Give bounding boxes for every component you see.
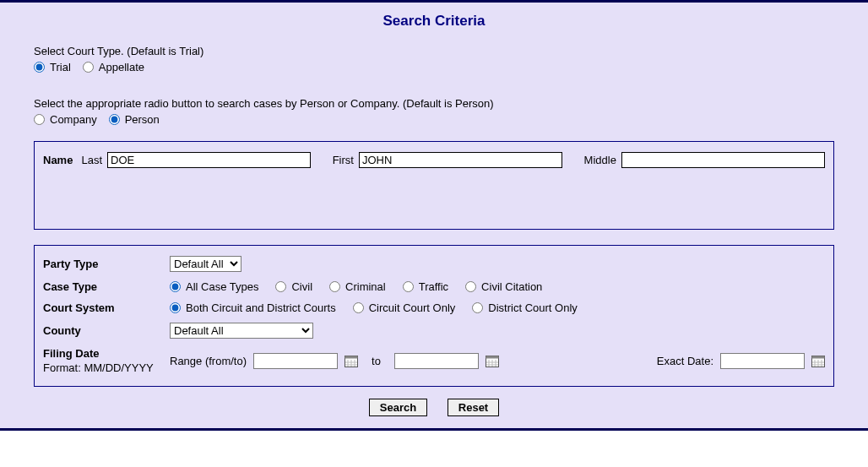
party-type-label: Party Type — [43, 258, 170, 270]
court-type-prompt: Select Court Type. (Default is Trial) — [34, 45, 856, 57]
radio-circuit-only-label[interactable]: Circuit Court Only — [369, 301, 456, 314]
radio-trial-label[interactable]: Trial — [50, 61, 71, 73]
search-panel: Search Criteria Select Court Type. (Defa… — [0, 3, 868, 428]
radio-civil-citation-label[interactable]: Civil Citation — [481, 280, 542, 293]
calendar-icon[interactable] — [486, 355, 499, 368]
radio-trial[interactable] — [34, 62, 45, 73]
calendar-icon[interactable] — [344, 355, 358, 368]
filing-date-format: Format: MM/DD/YYYY — [43, 361, 154, 374]
radio-traffic[interactable] — [403, 281, 414, 292]
case-type-label: Case Type — [43, 280, 170, 293]
county-select[interactable]: Default All — [170, 323, 313, 339]
radio-all-case-types-label[interactable]: All Case Types — [186, 280, 258, 293]
search-button[interactable]: Search — [369, 399, 427, 416]
radio-all-case-types[interactable] — [170, 281, 181, 292]
svg-rect-15 — [812, 356, 825, 358]
radio-criminal[interactable] — [329, 281, 340, 292]
radio-circuit-only[interactable] — [353, 302, 364, 313]
reset-button[interactable]: Reset — [448, 399, 499, 416]
exact-date-label: Exact Date: — [657, 355, 713, 367]
svg-rect-8 — [486, 356, 498, 358]
last-label: Last — [81, 154, 102, 166]
party-type-select[interactable]: Default All — [170, 256, 241, 272]
to-label: to — [372, 355, 381, 367]
calendar-icon[interactable] — [811, 355, 825, 368]
first-label: First — [333, 154, 354, 166]
filing-date-label: Filing Date — [43, 347, 99, 360]
radio-company[interactable] — [34, 114, 45, 125]
filing-date-label-block: Filing Date Format: MM/DD/YYYY — [43, 347, 170, 376]
radio-both-courts[interactable] — [170, 302, 181, 313]
radio-civil-citation[interactable] — [465, 281, 476, 292]
radio-criminal-label[interactable]: Criminal — [345, 280, 386, 293]
court-system-label: Court System — [43, 301, 170, 314]
radio-company-label[interactable]: Company — [50, 113, 97, 126]
exact-date-input[interactable] — [720, 353, 805, 369]
filters-box: Party Type Default All Case Type All Cas… — [34, 245, 834, 387]
radio-both-courts-label[interactable]: Both Circuit and District Courts — [186, 301, 336, 314]
name-label: Name — [43, 154, 73, 166]
radio-district-only[interactable] — [472, 302, 483, 313]
county-label: County — [43, 324, 170, 337]
first-name-input[interactable] — [359, 152, 562, 168]
bottom-divider — [0, 428, 868, 431]
radio-appellate-label[interactable]: Appellate — [99, 61, 144, 73]
middle-name-input[interactable] — [621, 152, 825, 168]
radio-traffic-label[interactable]: Traffic — [419, 280, 448, 293]
radio-civil[interactable] — [275, 281, 286, 292]
last-name-input[interactable] — [107, 152, 311, 168]
name-box: Name Last First Middle — [34, 141, 834, 230]
page-title: Search Criteria — [12, 13, 856, 30]
radio-district-only-label[interactable]: District Court Only — [488, 301, 577, 314]
middle-label: Middle — [584, 154, 616, 166]
radio-person-label[interactable]: Person — [125, 113, 160, 126]
range-to-input[interactable] — [394, 353, 479, 369]
radio-civil-label[interactable]: Civil — [291, 280, 312, 293]
svg-rect-1 — [345, 356, 358, 358]
radio-person[interactable] — [109, 114, 120, 125]
range-label: Range (from/to) — [170, 355, 247, 367]
range-from-input[interactable] — [253, 353, 338, 369]
radio-appellate[interactable] — [83, 62, 94, 73]
party-search-prompt: Select the appropriate radio button to s… — [34, 97, 856, 110]
